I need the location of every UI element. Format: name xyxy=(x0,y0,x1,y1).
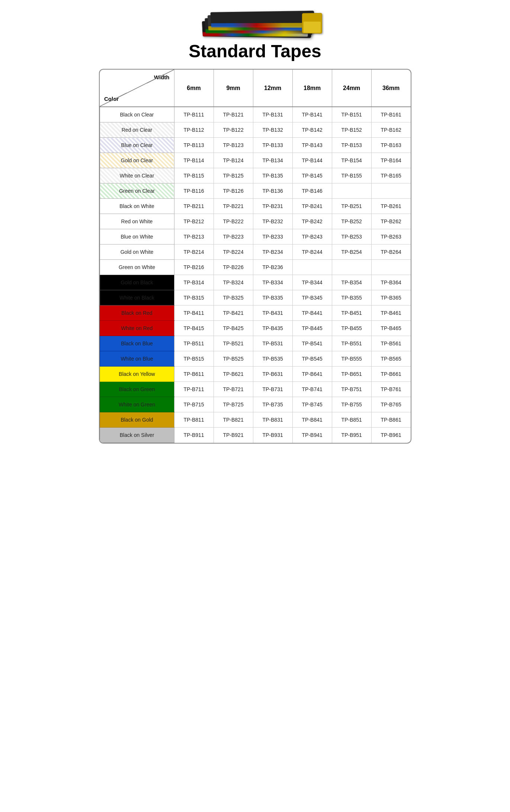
value-cell-16-4: TP-B555 xyxy=(332,351,371,367)
value-cell-11-2: TP-B334 xyxy=(253,275,292,290)
value-cell-9-1: TP-B224 xyxy=(214,244,253,260)
label-cell-0: Black on Clear xyxy=(100,107,174,122)
value-cell-11-3: TP-B344 xyxy=(292,275,332,290)
value-cell-19-4: TP-B755 xyxy=(332,397,371,412)
table-row: Black on GoldTP-B811TP-B821TP-B831TP-B84… xyxy=(100,412,411,428)
label-cell-4: White on Clear xyxy=(100,168,174,183)
value-cell-21-1: TP-B921 xyxy=(214,428,253,443)
table-row: Gold on ClearTP-B114TP-B124TP-B134TP-B14… xyxy=(100,153,411,168)
value-cell-7-2: TP-B232 xyxy=(253,214,292,229)
value-cell-14-0: TP-B415 xyxy=(174,321,214,336)
label-cell-13: Black on Red xyxy=(100,306,174,321)
value-cell-21-5: TP-B961 xyxy=(371,428,410,443)
value-cell-0-4: TP-B151 xyxy=(332,107,371,122)
value-cell-2-2: TP-B133 xyxy=(253,138,292,153)
value-cell-3-4: TP-B154 xyxy=(332,153,371,168)
value-cell-9-4: TP-B254 xyxy=(332,244,371,260)
value-cell-8-2: TP-B233 xyxy=(253,229,292,244)
label-cell-15: Black on Blue xyxy=(100,336,174,351)
value-cell-17-3: TP-B641 xyxy=(292,367,332,382)
value-cell-13-5: TP-B461 xyxy=(371,306,410,321)
table-row: Gold on BlackTP-B314TP-B324TP-B334TP-B34… xyxy=(100,275,411,290)
value-cell-5-1: TP-B126 xyxy=(214,183,253,199)
value-cell-20-5: TP-B861 xyxy=(371,412,410,428)
value-cell-21-2: TP-B931 xyxy=(253,428,292,443)
value-cell-6-5: TP-B261 xyxy=(371,199,410,214)
table-row: White on ClearTP-B115TP-B125TP-B135TP-B1… xyxy=(100,168,411,183)
label-cell-21: Black on Silver xyxy=(100,428,174,443)
label-cell-17: Black on Yellow xyxy=(100,367,174,382)
value-cell-16-2: TP-B535 xyxy=(253,351,292,367)
value-cell-12-1: TP-B325 xyxy=(214,290,253,306)
value-cell-7-3: TP-B242 xyxy=(292,214,332,229)
label-cell-3: Gold on Clear xyxy=(100,153,174,168)
value-cell-18-1: TP-B721 xyxy=(214,382,253,397)
value-cell-6-4: TP-B251 xyxy=(332,199,371,214)
value-cell-19-3: TP-B745 xyxy=(292,397,332,412)
value-cell-5-0: TP-B116 xyxy=(174,183,214,199)
value-cell-13-3: TP-B441 xyxy=(292,306,332,321)
header-diagonal-cell: Width Color xyxy=(100,70,174,107)
value-cell-19-0: TP-B715 xyxy=(174,397,214,412)
value-cell-5-3: TP-B146 xyxy=(292,183,332,199)
value-cell-18-4: TP-B751 xyxy=(332,382,371,397)
value-cell-8-1: TP-B223 xyxy=(214,229,253,244)
value-cell-3-2: TP-B134 xyxy=(253,153,292,168)
value-cell-6-0: TP-B211 xyxy=(174,199,214,214)
value-cell-21-3: TP-B941 xyxy=(292,428,332,443)
label-cell-8: Blue on White xyxy=(100,229,174,244)
value-cell-13-4: TP-B451 xyxy=(332,306,371,321)
header-18mm: 18mm xyxy=(292,70,332,107)
value-cell-13-2: TP-B431 xyxy=(253,306,292,321)
label-cell-19: White on Green xyxy=(100,397,174,412)
value-cell-4-2: TP-B135 xyxy=(253,168,292,183)
value-cell-2-1: TP-B123 xyxy=(214,138,253,153)
value-cell-10-0: TP-B216 xyxy=(174,260,214,275)
value-cell-3-3: TP-B144 xyxy=(292,153,332,168)
value-cell-18-5: TP-B761 xyxy=(371,382,410,397)
label-cell-16: White on Blue xyxy=(100,351,174,367)
table-row: White on RedTP-B415TP-B425TP-B435TP-B445… xyxy=(100,321,411,336)
value-cell-15-3: TP-B541 xyxy=(292,336,332,351)
value-cell-1-4: TP-B152 xyxy=(332,122,371,138)
header-24mm: 24mm xyxy=(332,70,371,107)
value-cell-12-2: TP-B335 xyxy=(253,290,292,306)
value-cell-2-5: TP-B163 xyxy=(371,138,410,153)
value-cell-16-5: TP-B565 xyxy=(371,351,410,367)
value-cell-7-1: TP-B222 xyxy=(214,214,253,229)
value-cell-10-1: TP-B226 xyxy=(214,260,253,275)
tape-stack-image xyxy=(99,4,411,37)
label-cell-5: Green on Clear xyxy=(100,183,174,199)
value-cell-8-0: TP-B213 xyxy=(174,229,214,244)
value-cell-12-3: TP-B345 xyxy=(292,290,332,306)
table-row: White on BlueTP-B515TP-B525TP-B535TP-B54… xyxy=(100,351,411,367)
value-cell-0-1: TP-B121 xyxy=(214,107,253,122)
value-cell-19-1: TP-B725 xyxy=(214,397,253,412)
value-cell-20-4: TP-B851 xyxy=(332,412,371,428)
label-cell-1: Red on Clear xyxy=(100,122,174,138)
value-cell-16-0: TP-B515 xyxy=(174,351,214,367)
table-row: Black on WhiteTP-B211TP-B221TP-B231TP-B2… xyxy=(100,199,411,214)
value-cell-19-5: TP-B765 xyxy=(371,397,410,412)
table-row: Red on ClearTP-B112TP-B122TP-B132TP-B142… xyxy=(100,122,411,138)
value-cell-11-1: TP-B324 xyxy=(214,275,253,290)
label-cell-20: Black on Gold xyxy=(100,412,174,428)
value-cell-4-1: TP-B125 xyxy=(214,168,253,183)
label-cell-12: White on Black xyxy=(100,290,174,306)
value-cell-1-3: TP-B142 xyxy=(292,122,332,138)
table-row: Green on ClearTP-B116TP-B126TP-B136TP-B1… xyxy=(100,183,411,199)
value-cell-15-0: TP-B511 xyxy=(174,336,214,351)
value-cell-17-1: TP-B621 xyxy=(214,367,253,382)
value-cell-10-4 xyxy=(332,260,371,275)
table-row: Black on YellowTP-B611TP-B621TP-B631TP-B… xyxy=(100,367,411,382)
value-cell-8-5: TP-B263 xyxy=(371,229,410,244)
value-cell-10-3 xyxy=(292,260,332,275)
table-row: Black on ClearTP-B111TP-B121TP-B131TP-B1… xyxy=(100,107,411,122)
label-cell-11: Gold on Black xyxy=(100,275,174,290)
value-cell-4-4: TP-B155 xyxy=(332,168,371,183)
page-title: Standard Tapes xyxy=(99,41,411,61)
value-cell-4-3: TP-B145 xyxy=(292,168,332,183)
value-cell-21-4: TP-B951 xyxy=(332,428,371,443)
value-cell-9-5: TP-B264 xyxy=(371,244,410,260)
value-cell-0-3: TP-B141 xyxy=(292,107,332,122)
